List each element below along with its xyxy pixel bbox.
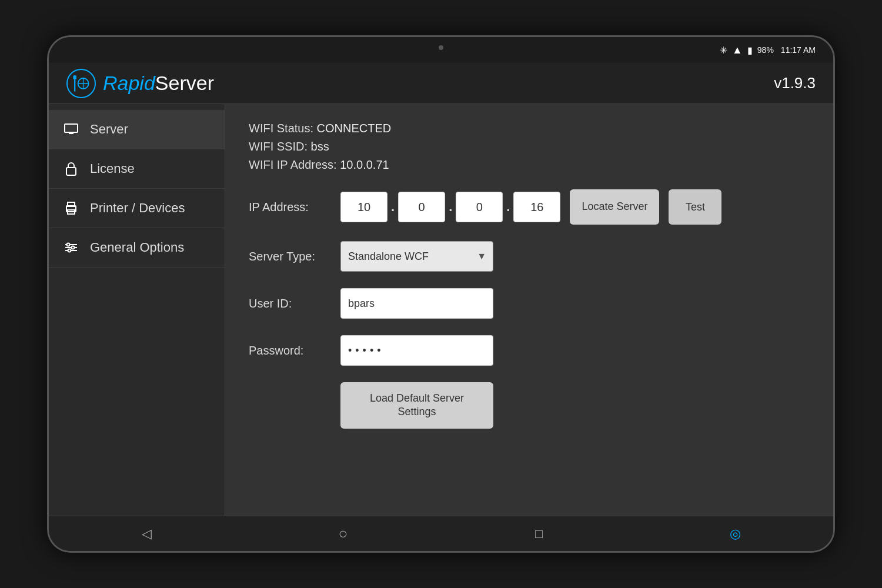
monitor-icon — [63, 123, 79, 135]
svg-rect-7 — [65, 124, 78, 132]
user-id-label: User ID: — [249, 297, 331, 310]
wifi-status-value: CONNECTED — [317, 122, 392, 135]
wifi-status-label: WIFI Status: — [249, 122, 317, 135]
sidebar-item-printer-devices[interactable]: Printer / Devices — [49, 189, 225, 228]
sidebar-item-general-options[interactable]: General Options — [49, 228, 225, 268]
server-type-wrapper: Standalone WCF Cloud Local ▼ — [340, 241, 493, 272]
home-icon: ○ — [338, 524, 348, 543]
password-input[interactable] — [340, 335, 493, 366]
assistant-icon: ◎ — [730, 526, 741, 542]
wifi-status-line: WIFI Status: CONNECTED — [249, 122, 810, 135]
test-button[interactable]: Test — [669, 189, 721, 225]
server-type-label: Server Type: — [249, 250, 331, 263]
svg-point-17 — [67, 243, 70, 246]
battery-icon: ▮ — [747, 45, 753, 56]
sidebar-printer-label: Printer / Devices — [90, 201, 185, 216]
home-button[interactable]: ○ — [328, 522, 358, 546]
wifi-ssid-value: bss — [311, 140, 329, 153]
main-content: Server License — [49, 104, 833, 516]
recent-button[interactable]: □ — [524, 522, 554, 546]
locate-server-button[interactable]: Locate Server — [570, 189, 659, 225]
back-button[interactable]: ◁ — [132, 522, 162, 546]
sidebar-server-label: Server — [90, 122, 128, 137]
svg-point-18 — [72, 246, 75, 249]
server-type-row: Server Type: Standalone WCF Cloud Local … — [249, 241, 810, 272]
svg-rect-10 — [66, 168, 76, 175]
sidebar-license-label: License — [90, 161, 135, 176]
load-default-button[interactable]: Load Default Server Settings — [340, 382, 493, 429]
ip-address-row: IP Address: . . . Locate Server Test — [249, 189, 810, 225]
ip-octet-4[interactable] — [513, 192, 560, 222]
logo-area: RapidServer — [66, 69, 214, 98]
app-header: RapidServer v1.9.3 — [49, 63, 833, 104]
sliders-icon — [63, 242, 79, 253]
assistant-button[interactable]: ◎ — [720, 522, 750, 546]
sidebar-options-label: General Options — [90, 240, 184, 255]
nav-bar: ◁ ○ □ ◎ — [49, 516, 833, 551]
logo-svg — [71, 73, 92, 94]
wifi-ssid-line: WIFI SSID: bss — [249, 140, 810, 153]
clock: 11:17 AM — [781, 45, 816, 55]
back-icon: ◁ — [142, 526, 152, 542]
lock-icon — [63, 162, 79, 176]
ip-dot-1: . — [390, 199, 396, 215]
password-row: Password: — [249, 335, 810, 366]
wifi-status-section: WIFI Status: CONNECTED WIFI SSID: bss WI… — [249, 122, 810, 172]
ip-inputs: . . . — [340, 192, 560, 222]
ip-octet-1[interactable] — [340, 192, 387, 222]
status-bar: ✳ ▲ ▮ 98% 11:17 AM — [49, 37, 833, 63]
password-label: Password: — [249, 344, 331, 358]
ip-dot-2: . — [447, 199, 453, 215]
app-logo-icon — [66, 69, 96, 98]
load-default-row: Load Default Server Settings — [249, 382, 810, 429]
sidebar: Server License — [49, 104, 225, 516]
wifi-ip-line: WIFI IP Address: 10.0.0.71 — [249, 158, 810, 172]
ip-address-label: IP Address: — [249, 201, 331, 214]
ip-octet-3[interactable] — [456, 192, 503, 222]
app-version: v1.9.3 — [774, 74, 816, 92]
ip-dot-3: . — [505, 199, 511, 215]
printer-icon — [63, 202, 79, 215]
wifi-ip-value: 10.0.0.71 — [340, 158, 389, 171]
user-id-input[interactable] — [340, 288, 493, 319]
sidebar-item-server[interactable]: Server — [49, 110, 225, 149]
camera-notch — [439, 45, 443, 50]
server-type-select[interactable]: Standalone WCF Cloud Local — [340, 241, 493, 272]
svg-point-19 — [68, 249, 71, 252]
sidebar-item-license[interactable]: License — [49, 149, 225, 189]
content-panel: WIFI Status: CONNECTED WIFI SSID: bss WI… — [225, 104, 833, 516]
wifi-ip-label: WIFI IP Address: — [249, 158, 340, 171]
wifi-icon: ▲ — [732, 44, 743, 56]
ip-octet-2[interactable] — [398, 192, 445, 222]
wifi-ssid-label: WIFI SSID: — [249, 140, 311, 153]
tablet-frame: ✳ ▲ ▮ 98% 11:17 AM — [47, 35, 835, 553]
status-icons: ✳ ▲ ▮ 98% 11:17 AM — [720, 44, 816, 56]
bluetooth-icon: ✳ — [720, 45, 727, 56]
logo-text: RapidServer — [103, 72, 214, 95]
recent-icon: □ — [535, 526, 543, 542]
user-id-row: User ID: — [249, 288, 810, 319]
battery-percentage: 98% — [757, 45, 774, 55]
